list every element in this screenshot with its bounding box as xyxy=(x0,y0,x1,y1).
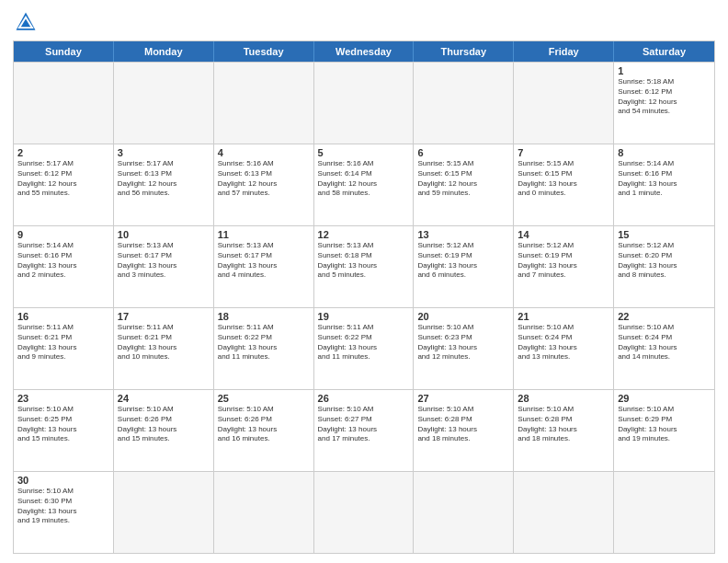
day-of-week-monday: Monday xyxy=(114,41,214,62)
calendar-day-6: 6Sunrise: 5:15 AM Sunset: 6:15 PM Daylig… xyxy=(414,144,514,225)
day-detail: Sunrise: 5:16 AM Sunset: 6:14 PM Dayligh… xyxy=(318,159,410,199)
calendar-day-10: 10Sunrise: 5:13 AM Sunset: 6:17 PM Dayli… xyxy=(114,226,214,307)
day-number: 18 xyxy=(218,311,310,322)
day-detail: Sunrise: 5:10 AM Sunset: 6:23 PM Dayligh… xyxy=(417,323,509,362)
day-detail: Sunrise: 5:13 AM Sunset: 6:17 PM Dayligh… xyxy=(118,241,210,281)
day-detail: Sunrise: 5:16 AM Sunset: 6:13 PM Dayligh… xyxy=(218,159,310,199)
calendar-day-17: 17Sunrise: 5:11 AM Sunset: 6:21 PM Dayli… xyxy=(114,308,214,389)
calendar-day-19: 19Sunrise: 5:11 AM Sunset: 6:22 PM Dayli… xyxy=(314,308,415,389)
day-number: 9 xyxy=(17,229,109,240)
calendar-day-28: 28Sunrise: 5:10 AM Sunset: 6:28 PM Dayli… xyxy=(514,390,614,471)
day-number: 13 xyxy=(417,229,509,240)
calendar-day-26: 26Sunrise: 5:10 AM Sunset: 6:27 PM Dayli… xyxy=(314,390,415,471)
day-detail: Sunrise: 5:10 AM Sunset: 6:26 PM Dayligh… xyxy=(218,405,310,444)
day-number: 2 xyxy=(17,147,109,158)
day-detail: Sunrise: 5:11 AM Sunset: 6:22 PM Dayligh… xyxy=(218,323,310,362)
day-detail: Sunrise: 5:12 AM Sunset: 6:20 PM Dayligh… xyxy=(618,241,711,281)
day-detail: Sunrise: 5:14 AM Sunset: 6:16 PM Dayligh… xyxy=(618,159,711,199)
day-detail: Sunrise: 5:11 AM Sunset: 6:21 PM Dayligh… xyxy=(118,323,210,362)
day-number: 12 xyxy=(318,229,410,240)
day-number: 23 xyxy=(17,393,109,404)
day-of-week-tuesday: Tuesday xyxy=(214,41,314,62)
calendar-day-11: 11Sunrise: 5:13 AM Sunset: 6:17 PM Dayli… xyxy=(214,226,314,307)
calendar-day-15: 15Sunrise: 5:12 AM Sunset: 6:20 PM Dayli… xyxy=(614,226,714,307)
calendar-day-empty xyxy=(314,63,415,144)
day-of-week-saturday: Saturday xyxy=(614,41,714,62)
day-number: 8 xyxy=(618,147,711,158)
calendar-day-18: 18Sunrise: 5:11 AM Sunset: 6:22 PM Dayli… xyxy=(214,308,314,389)
calendar-day-22: 22Sunrise: 5:10 AM Sunset: 6:24 PM Dayli… xyxy=(614,308,714,389)
day-detail: Sunrise: 5:13 AM Sunset: 6:18 PM Dayligh… xyxy=(318,241,410,281)
day-detail: Sunrise: 5:10 AM Sunset: 6:26 PM Dayligh… xyxy=(118,405,210,444)
calendar-day-23: 23Sunrise: 5:10 AM Sunset: 6:25 PM Dayli… xyxy=(14,390,114,471)
day-detail: Sunrise: 5:15 AM Sunset: 6:15 PM Dayligh… xyxy=(518,159,609,199)
calendar-day-empty xyxy=(214,63,314,144)
day-detail: Sunrise: 5:12 AM Sunset: 6:19 PM Dayligh… xyxy=(417,241,509,281)
day-number: 10 xyxy=(118,229,210,240)
day-number: 28 xyxy=(518,393,609,404)
day-number: 25 xyxy=(218,393,310,404)
day-number: 27 xyxy=(417,393,509,404)
day-detail: Sunrise: 5:17 AM Sunset: 6:13 PM Dayligh… xyxy=(118,159,210,199)
day-detail: Sunrise: 5:15 AM Sunset: 6:15 PM Dayligh… xyxy=(417,159,509,199)
calendar-day-3: 3Sunrise: 5:17 AM Sunset: 6:13 PM Daylig… xyxy=(114,144,214,225)
calendar-day-empty xyxy=(214,472,314,553)
day-detail: Sunrise: 5:10 AM Sunset: 6:24 PM Dayligh… xyxy=(518,323,609,362)
day-of-week-friday: Friday xyxy=(514,41,614,62)
calendar-day-empty xyxy=(514,472,614,553)
day-detail: Sunrise: 5:10 AM Sunset: 6:25 PM Dayligh… xyxy=(17,405,109,444)
day-number: 17 xyxy=(118,311,210,322)
day-detail: Sunrise: 5:13 AM Sunset: 6:17 PM Dayligh… xyxy=(218,241,310,281)
day-number: 3 xyxy=(118,147,210,158)
calendar-day-29: 29Sunrise: 5:10 AM Sunset: 6:29 PM Dayli… xyxy=(614,390,714,471)
page: SundayMondayTuesdayWednesdayThursdayFrid… xyxy=(0,0,728,563)
calendar-week-5: 23Sunrise: 5:10 AM Sunset: 6:25 PM Dayli… xyxy=(14,389,714,471)
calendar-day-20: 20Sunrise: 5:10 AM Sunset: 6:23 PM Dayli… xyxy=(414,308,514,389)
calendar-day-2: 2Sunrise: 5:17 AM Sunset: 6:12 PM Daylig… xyxy=(14,144,114,225)
calendar-day-25: 25Sunrise: 5:10 AM Sunset: 6:26 PM Dayli… xyxy=(214,390,314,471)
day-number: 14 xyxy=(518,229,609,240)
calendar-day-empty xyxy=(414,472,514,553)
calendar-week-4: 16Sunrise: 5:11 AM Sunset: 6:21 PM Dayli… xyxy=(14,307,714,389)
calendar-day-empty xyxy=(414,63,514,144)
day-number: 29 xyxy=(618,393,711,404)
calendar-day-16: 16Sunrise: 5:11 AM Sunset: 6:21 PM Dayli… xyxy=(14,308,114,389)
day-number: 19 xyxy=(318,311,410,322)
calendar-day-14: 14Sunrise: 5:12 AM Sunset: 6:19 PM Dayli… xyxy=(514,226,614,307)
calendar-header: SundayMondayTuesdayWednesdayThursdayFrid… xyxy=(14,41,714,62)
day-detail: Sunrise: 5:17 AM Sunset: 6:12 PM Dayligh… xyxy=(17,159,109,199)
day-detail: Sunrise: 5:11 AM Sunset: 6:21 PM Dayligh… xyxy=(17,323,109,362)
day-detail: Sunrise: 5:12 AM Sunset: 6:19 PM Dayligh… xyxy=(518,241,609,281)
day-number: 1 xyxy=(618,65,711,76)
day-detail: Sunrise: 5:10 AM Sunset: 6:29 PM Dayligh… xyxy=(618,405,711,444)
calendar-week-2: 2Sunrise: 5:17 AM Sunset: 6:12 PM Daylig… xyxy=(14,144,714,225)
header xyxy=(13,9,715,35)
day-detail: Sunrise: 5:10 AM Sunset: 6:28 PM Dayligh… xyxy=(518,405,609,444)
day-number: 20 xyxy=(417,311,509,322)
day-number: 21 xyxy=(518,311,609,322)
day-number: 24 xyxy=(118,393,210,404)
day-number: 30 xyxy=(17,475,109,486)
calendar-body: 1Sunrise: 5:18 AM Sunset: 6:12 PM Daylig… xyxy=(14,62,714,553)
logo xyxy=(13,9,42,35)
calendar-day-12: 12Sunrise: 5:13 AM Sunset: 6:18 PM Dayli… xyxy=(314,226,415,307)
day-number: 6 xyxy=(417,147,509,158)
calendar-day-21: 21Sunrise: 5:10 AM Sunset: 6:24 PM Dayli… xyxy=(514,308,614,389)
calendar-day-empty xyxy=(114,472,214,553)
day-number: 11 xyxy=(218,229,310,240)
day-number: 15 xyxy=(618,229,711,240)
day-number: 16 xyxy=(17,311,109,322)
day-detail: Sunrise: 5:10 AM Sunset: 6:27 PM Dayligh… xyxy=(318,405,410,444)
day-number: 5 xyxy=(318,147,410,158)
day-detail: Sunrise: 5:18 AM Sunset: 6:12 PM Dayligh… xyxy=(618,77,711,117)
day-detail: Sunrise: 5:11 AM Sunset: 6:22 PM Dayligh… xyxy=(318,323,410,362)
calendar-day-30: 30Sunrise: 5:10 AM Sunset: 6:30 PM Dayli… xyxy=(14,472,114,553)
day-number: 7 xyxy=(518,147,609,158)
calendar: SundayMondayTuesdayWednesdayThursdayFrid… xyxy=(13,40,715,554)
calendar-day-empty xyxy=(614,472,714,553)
day-detail: Sunrise: 5:10 AM Sunset: 6:24 PM Dayligh… xyxy=(618,323,711,362)
day-detail: Sunrise: 5:10 AM Sunset: 6:30 PM Dayligh… xyxy=(17,487,109,526)
calendar-week-3: 9Sunrise: 5:14 AM Sunset: 6:16 PM Daylig… xyxy=(14,225,714,307)
calendar-day-24: 24Sunrise: 5:10 AM Sunset: 6:26 PM Dayli… xyxy=(114,390,214,471)
calendar-day-empty xyxy=(314,472,415,553)
